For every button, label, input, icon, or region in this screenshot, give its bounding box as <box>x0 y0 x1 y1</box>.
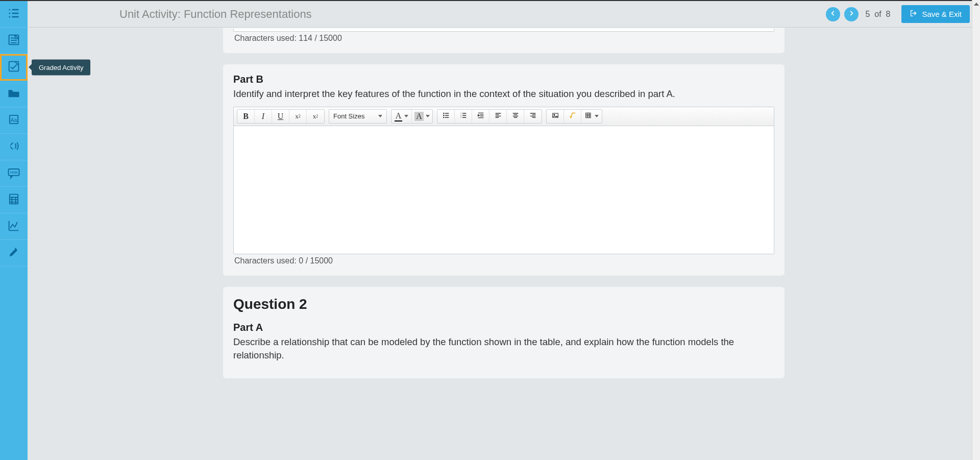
chevron-left-icon <box>829 10 837 19</box>
svg-text:Aa: Aa <box>11 116 17 123</box>
translate-icon: Hola <box>7 165 21 182</box>
save-exit-button[interactable]: Save & Exit <box>901 5 970 23</box>
sidebar-item-notes[interactable] <box>0 28 28 54</box>
editor-bottom-edge <box>233 29 774 32</box>
next-button[interactable] <box>844 7 859 21</box>
font-sizes-label: Font Sizes <box>333 112 364 120</box>
window-scrollbar[interactable] <box>972 0 980 460</box>
bullet-list-button[interactable] <box>437 110 455 123</box>
svg-text:Hola: Hola <box>10 171 18 174</box>
part-b-prompt: Identify and interpret the key features … <box>233 87 774 101</box>
sidebar-item-dictionary[interactable]: Aa <box>0 107 28 134</box>
scroll-up-icon <box>972 0 980 8</box>
italic-button[interactable]: I <box>255 110 272 123</box>
svg-point-14 <box>554 114 555 115</box>
graph-icon <box>7 219 21 235</box>
image-icon <box>551 111 559 122</box>
sidebar-item-graph[interactable] <box>0 213 28 240</box>
chevron-down-icon <box>404 115 408 117</box>
indent-button[interactable] <box>472 110 489 123</box>
underline-button[interactable]: U <box>272 110 289 123</box>
chevron-down-icon <box>378 115 382 117</box>
chevron-down-icon <box>595 115 599 117</box>
q2-part-a-label: Part A <box>233 322 774 333</box>
content-scroll[interactable]: Characters used: 114 / 15000 Part B Iden… <box>28 28 980 460</box>
exit-icon <box>910 9 918 19</box>
table-icon <box>584 111 593 122</box>
q2-part-a-prompt: Describe a relationship that can be mode… <box>233 335 774 362</box>
equation-button[interactable] <box>564 110 581 123</box>
pager-total: 8 <box>886 10 891 18</box>
page-title: Unit Activity: Function Representations <box>119 8 824 21</box>
sidebar: Graded Activity Aa Hola <box>0 1 28 460</box>
notes-icon <box>7 33 21 49</box>
sidebar-tooltip: Graded Activity <box>32 59 90 75</box>
text-color-button[interactable]: A <box>391 110 412 123</box>
question-2-heading: Question 2 <box>233 296 774 312</box>
sidebar-item-folder[interactable] <box>0 81 28 107</box>
svg-point-7 <box>443 113 444 113</box>
svg-point-9 <box>443 117 444 117</box>
main: Unit Activity: Function Representations … <box>28 1 980 460</box>
dictionary-icon: Aa <box>7 112 21 129</box>
calculator-icon <box>7 192 21 208</box>
svg-rect-1 <box>9 61 19 71</box>
align-center-icon <box>511 111 520 122</box>
chevron-right-icon <box>848 10 855 19</box>
table-button[interactable] <box>581 110 602 123</box>
highlighter-icon <box>7 245 21 261</box>
font-sizes-dropdown[interactable]: Font Sizes <box>329 110 386 123</box>
bold-button[interactable]: B <box>237 110 255 123</box>
editor-toolbar: B I U x2 x2 Font Sizes <box>234 107 774 126</box>
sidebar-item-list[interactable] <box>0 1 28 28</box>
prev-card-tail: Characters used: 114 / 15000 <box>223 28 785 53</box>
part-b-label: Part B <box>233 74 774 85</box>
sqrt-icon <box>569 111 577 122</box>
svg-point-8 <box>443 115 444 115</box>
chevron-down-icon <box>426 115 430 117</box>
header: Unit Activity: Function Representations … <box>28 1 980 28</box>
pager: 5 of 8 <box>866 10 891 19</box>
sidebar-item-graded-activity[interactable]: Graded Activity <box>0 54 28 81</box>
svg-rect-15 <box>586 113 591 117</box>
graded-activity-icon <box>7 59 21 76</box>
align-center-button[interactable] <box>507 110 524 123</box>
prev-button[interactable] <box>826 7 840 21</box>
indent-icon <box>477 111 485 122</box>
align-right-button[interactable] <box>524 110 542 123</box>
card-part-b: Part B Identify and interpret the key fe… <box>223 64 785 276</box>
align-left-button[interactable] <box>489 110 507 123</box>
save-exit-label: Save & Exit <box>922 10 962 18</box>
card-question-2: Question 2 Part A Describe a relationshi… <box>223 287 785 378</box>
superscript-button[interactable]: x2 <box>289 110 307 123</box>
folder-icon <box>7 86 21 102</box>
sidebar-item-translate[interactable]: Hola <box>0 160 28 187</box>
svg-text:3: 3 <box>460 116 461 118</box>
rich-text-editor: B I U x2 x2 Font Sizes <box>233 107 774 254</box>
pager-current: 5 <box>866 10 870 18</box>
align-left-icon <box>494 111 502 122</box>
align-right-icon <box>529 111 537 122</box>
number-list-button[interactable]: 123 <box>455 110 472 123</box>
number-list-icon: 123 <box>459 111 468 122</box>
subscript-button[interactable]: x2 <box>307 110 324 123</box>
sidebar-item-highlighter[interactable] <box>0 240 28 267</box>
bullet-list-icon <box>442 111 450 122</box>
editor-textarea[interactable] <box>234 126 774 254</box>
audio-icon <box>7 139 21 155</box>
pager-sep: of <box>874 10 881 18</box>
char-count-part-b: Characters used: 0 / 15000 <box>234 256 774 265</box>
sidebar-item-audio[interactable] <box>0 134 28 160</box>
highlight-color-button[interactable]: A <box>412 110 432 123</box>
char-count-prev: Characters used: 114 / 15000 <box>234 34 774 43</box>
image-button[interactable] <box>547 110 564 123</box>
sidebar-item-calculator[interactable] <box>0 187 28 213</box>
list-icon <box>7 6 21 22</box>
content: Characters used: 114 / 15000 Part B Iden… <box>223 28 785 440</box>
